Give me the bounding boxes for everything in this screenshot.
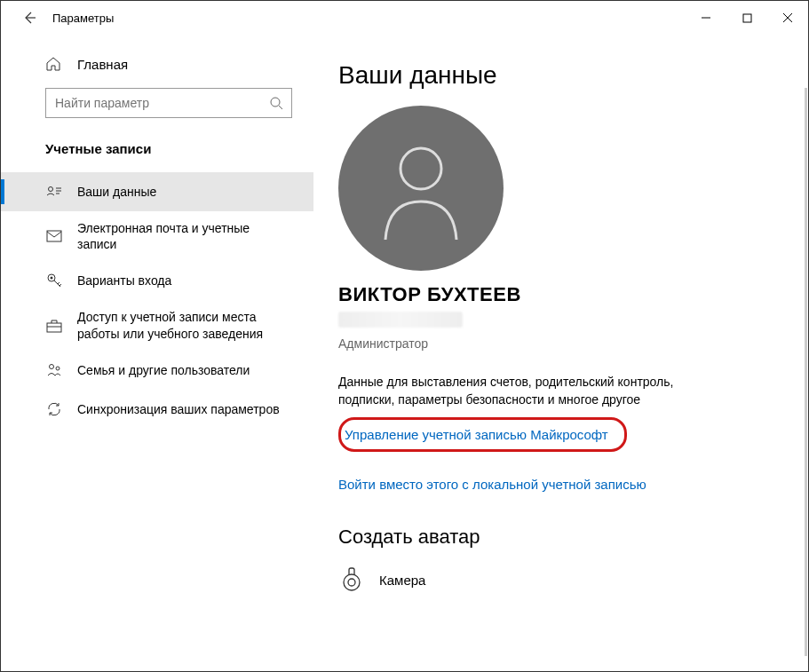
sidebar-item-label: Доступ к учетной записи места работы или… — [77, 309, 292, 341]
svg-rect-3 — [47, 231, 61, 241]
sidebar-item-label: Синхронизация ваших параметров — [77, 401, 280, 417]
page-title: Ваши данные — [338, 61, 773, 90]
svg-point-5 — [51, 277, 53, 280]
family-icon — [45, 361, 63, 379]
user-card-icon — [45, 183, 63, 201]
maximize-button[interactable] — [726, 1, 767, 35]
sidebar-item-label: Варианты входа — [77, 273, 171, 289]
svg-point-10 — [344, 574, 360, 590]
maximize-icon — [742, 13, 752, 23]
svg-point-8 — [56, 367, 59, 370]
close-icon — [782, 12, 793, 23]
svg-rect-0 — [743, 14, 751, 22]
highlight-box: Управление учетной записью Майкрософт — [338, 417, 627, 452]
search-icon — [261, 96, 291, 110]
window-title: Параметры — [49, 12, 114, 25]
home-button[interactable]: Главная — [1, 51, 313, 77]
minimize-icon — [701, 12, 711, 23]
svg-point-11 — [348, 579, 355, 586]
home-label: Главная — [77, 57, 128, 72]
svg-rect-6 — [47, 323, 61, 332]
sync-icon — [45, 400, 63, 418]
sidebar-item-signin-options[interactable]: Варианты входа — [1, 261, 313, 300]
sidebar-item-work-access[interactable]: Доступ к учетной записи места работы или… — [1, 300, 313, 350]
camera-label: Камера — [379, 573, 425, 588]
svg-point-1 — [271, 98, 280, 107]
sidebar-section-title: Учетные записи — [1, 129, 313, 172]
svg-point-9 — [401, 148, 441, 189]
sidebar-item-label: Ваши данные — [77, 184, 156, 200]
search-field[interactable] — [46, 96, 261, 110]
manage-account-link[interactable]: Управление учетной записью Майкрософт — [345, 427, 608, 442]
sidebar-item-label: Электронная почта и учетные записи — [77, 220, 292, 252]
user-role: Администратор — [338, 336, 773, 351]
mail-icon — [45, 227, 63, 245]
scrollbar[interactable] — [805, 88, 807, 656]
close-button[interactable] — [767, 1, 808, 35]
create-avatar-heading: Создать аватар — [338, 526, 773, 549]
back-button[interactable] — [10, 1, 49, 35]
sidebar: Главная Учетные записи Ваши данные Эле — [1, 35, 313, 671]
username: ВИКТОР БУХТЕЕВ — [338, 283, 773, 306]
user-silhouette-icon — [372, 135, 470, 241]
sidebar-item-sync[interactable]: Синхронизация ваших параметров — [1, 390, 313, 429]
email-blurred — [338, 312, 463, 328]
main-content: Ваши данные ВИКТОР БУХТЕЕВ Администратор… — [313, 35, 808, 671]
svg-point-2 — [49, 187, 53, 192]
sidebar-item-family[interactable]: Семья и другие пользователи — [1, 351, 313, 390]
billing-description: Данные для выставления счетов, родительс… — [338, 374, 702, 408]
key-icon — [45, 272, 63, 289]
minimize-button[interactable] — [686, 1, 726, 35]
titlebar: Параметры — [1, 1, 808, 35]
svg-point-7 — [50, 364, 54, 368]
sidebar-item-label: Семья и другие пользователи — [77, 362, 250, 378]
sidebar-item-your-info[interactable]: Ваши данные — [1, 172, 313, 211]
sidebar-item-email-accounts[interactable]: Электронная почта и учетные записи — [1, 211, 313, 261]
briefcase-icon — [45, 317, 63, 335]
avatar — [338, 106, 504, 271]
home-icon — [45, 56, 61, 72]
arrow-left-icon — [22, 11, 36, 25]
camera-button[interactable]: Камера — [338, 566, 773, 593]
search-input[interactable] — [45, 88, 292, 118]
camera-icon — [338, 566, 365, 593]
local-account-link[interactable]: Войти вместо этого с локальной учетной з… — [338, 477, 646, 492]
